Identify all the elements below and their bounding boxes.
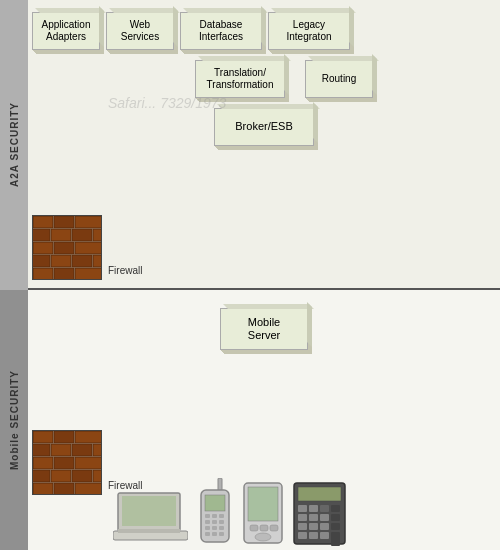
a2a-row3: Broker/ESB [32, 108, 496, 146]
device-icons [113, 478, 347, 546]
svg-rect-65 [298, 514, 307, 521]
svg-rect-44 [205, 520, 210, 524]
mobile-security-label: Mobile SECURITY [0, 290, 28, 550]
svg-rect-33 [75, 483, 102, 495]
svg-rect-27 [33, 470, 50, 482]
svg-rect-13 [93, 255, 102, 267]
a2a-firewall-area: Firewall [32, 215, 142, 280]
svg-rect-2 [75, 216, 102, 228]
svg-rect-55 [250, 525, 258, 531]
svg-rect-74 [309, 532, 318, 539]
svg-rect-10 [33, 255, 50, 267]
svg-rect-52 [219, 532, 224, 536]
svg-rect-75 [320, 532, 329, 539]
phone-svg [196, 478, 234, 546]
security-labels: A2A SECURITY Mobile SECURITY [0, 0, 28, 550]
svg-rect-76 [331, 532, 340, 546]
a2a-row2: Translation/ Transformation Routing [32, 60, 496, 98]
calculator-icon [292, 481, 347, 546]
mobile-server-box: Mobile Server [220, 308, 308, 350]
laptop-svg [113, 491, 188, 546]
mobile-server-row: Mobile Server [32, 308, 496, 350]
svg-rect-54 [248, 487, 278, 521]
mobile-firewall-svg [33, 431, 102, 495]
svg-rect-71 [320, 523, 329, 530]
svg-rect-12 [72, 255, 92, 267]
svg-rect-48 [212, 526, 217, 530]
svg-rect-20 [33, 444, 50, 456]
svg-rect-70 [309, 523, 318, 530]
a2a-firewall-label: Firewall [108, 265, 142, 276]
svg-rect-68 [331, 514, 340, 521]
svg-point-58 [255, 533, 271, 541]
svg-rect-47 [205, 526, 210, 530]
svg-rect-63 [320, 505, 329, 512]
svg-rect-43 [219, 514, 224, 518]
svg-rect-14 [33, 268, 53, 280]
svg-rect-23 [93, 444, 102, 456]
main-container: A2A SECURITY Mobile SECURITY Safari... 7… [0, 0, 500, 550]
svg-rect-9 [75, 242, 102, 254]
svg-rect-28 [51, 470, 71, 482]
svg-rect-57 [270, 525, 278, 531]
svg-rect-5 [72, 229, 92, 241]
svg-rect-15 [54, 268, 74, 280]
web-services-box: Web Services [106, 12, 174, 50]
svg-rect-61 [298, 505, 307, 512]
svg-rect-17 [33, 431, 53, 443]
svg-rect-32 [54, 483, 74, 495]
broker-esb-box: Broker/ESB [214, 108, 314, 146]
routing-box: Routing [305, 60, 373, 98]
app-adapters-box: Application Adapters [32, 12, 100, 50]
content-area: Safari... 7329/1973 Application Adapters… [28, 0, 500, 550]
a2a-firewall-wall [32, 215, 102, 280]
translation-box: Translation/ Transformation [195, 60, 285, 98]
svg-rect-16 [75, 268, 102, 280]
legacy-integration-box: Legacy Integraton [268, 12, 350, 50]
svg-rect-67 [320, 514, 329, 521]
db-interfaces-box: Database Interfaces [180, 12, 262, 50]
svg-rect-24 [33, 457, 53, 469]
svg-rect-18 [54, 431, 74, 443]
svg-rect-62 [309, 505, 318, 512]
svg-rect-40 [205, 495, 225, 511]
svg-rect-41 [205, 514, 210, 518]
a2a-row1: Application Adapters Web Services Databa… [32, 12, 496, 50]
svg-rect-0 [33, 216, 53, 228]
svg-rect-45 [212, 520, 217, 524]
svg-rect-29 [72, 470, 92, 482]
calc-svg [292, 481, 347, 546]
svg-rect-19 [75, 431, 102, 443]
svg-rect-56 [260, 525, 268, 531]
svg-rect-30 [93, 470, 102, 482]
svg-rect-42 [212, 514, 217, 518]
svg-rect-8 [54, 242, 74, 254]
svg-rect-72 [331, 523, 340, 530]
svg-rect-21 [51, 444, 71, 456]
svg-rect-11 [51, 255, 71, 267]
svg-rect-50 [205, 532, 210, 536]
svg-rect-26 [75, 457, 102, 469]
svg-rect-4 [51, 229, 71, 241]
svg-rect-66 [309, 514, 318, 521]
svg-rect-69 [298, 523, 307, 530]
mobile-section: Mobile Server [28, 290, 500, 550]
svg-rect-73 [298, 532, 307, 539]
a2a-security-label: A2A SECURITY [0, 0, 28, 290]
svg-rect-7 [33, 242, 53, 254]
a2a-section: Application Adapters Web Services Databa… [28, 0, 500, 290]
mobile-phone-icon [196, 478, 234, 546]
svg-rect-37 [118, 529, 180, 533]
svg-rect-1 [54, 216, 74, 228]
mobile-firewall-wall [32, 430, 102, 495]
laptop-icon [113, 491, 188, 546]
svg-rect-64 [331, 505, 340, 512]
svg-rect-60 [298, 487, 341, 501]
svg-rect-6 [93, 229, 102, 241]
svg-rect-3 [33, 229, 50, 241]
svg-rect-35 [122, 496, 176, 526]
svg-rect-31 [33, 483, 53, 495]
pda-svg [242, 481, 284, 546]
firewall-svg [33, 216, 102, 280]
svg-rect-25 [54, 457, 74, 469]
